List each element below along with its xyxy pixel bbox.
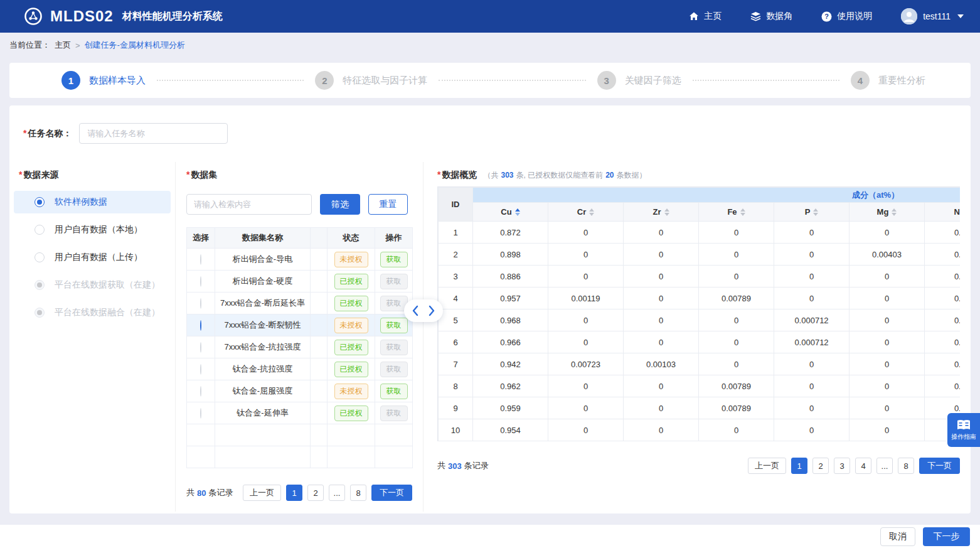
nav-home[interactable]: 主页 (689, 11, 722, 22)
empty-cell (328, 424, 375, 446)
source-option-2[interactable]: 用户自有数据（本地） (14, 218, 171, 241)
step-3-label: 关键因子筛选 (625, 75, 681, 87)
radio-icon (35, 225, 45, 235)
sort-icon[interactable] (515, 208, 520, 216)
task-name-input[interactable] (79, 123, 228, 144)
panel-prev-button[interactable] (409, 303, 422, 318)
overview-column-P[interactable]: P (774, 203, 850, 222)
overview-column-Ni[interactable]: Ni (925, 203, 961, 222)
overview-page-4[interactable]: 4 (855, 458, 871, 474)
overview-value-cell: 0 (624, 266, 699, 287)
overview-row: 50.9680000.00071200.02 (439, 309, 961, 331)
home-icon (689, 11, 699, 21)
breadcrumb-current[interactable]: 创建任务-金属材料机理分析 (85, 40, 185, 51)
dataset-name-cell: 7xxx铝合金-断后延长率 (215, 293, 311, 314)
filter-button[interactable]: 筛选 (320, 194, 360, 215)
dataset-action-cell: 获取 (375, 336, 413, 358)
dataset-row-radio[interactable] (200, 342, 201, 353)
column-label: Zr (653, 207, 661, 217)
source-option-1[interactable]: 软件样例数据 (14, 191, 171, 213)
dataset-row-radio[interactable] (200, 386, 201, 397)
overview-value-cell: 0.00789 (699, 397, 774, 419)
overview-page-3[interactable]: 3 (834, 458, 850, 474)
dataset-name-cell: 钛合金-屈服强度 (215, 380, 311, 402)
overview-prev-page-button[interactable]: 上一页 (748, 458, 786, 474)
overview-value-cell: 0.957 (473, 287, 548, 309)
breadcrumb-home[interactable]: 主页 (55, 40, 71, 51)
fetch-button: 获取 (380, 406, 408, 421)
dataset-name-cell: 析出铜合金-硬度 (215, 271, 311, 293)
sort-asc-icon (515, 208, 520, 212)
overview-column-Fe[interactable]: Fe (699, 203, 774, 222)
dataset-page-ellipsis[interactable]: ... (329, 485, 345, 501)
sort-icon[interactable] (740, 208, 745, 216)
avatar (901, 8, 917, 24)
dataset-select-cell (187, 336, 215, 358)
overview-next-page-button[interactable]: 下一页 (919, 458, 960, 474)
nav-data-corner[interactable]: 数据角 (750, 11, 792, 22)
dataset-select-cell (187, 271, 215, 293)
breadcrumb: 当前位置： 主页 > 创建任务-金属材料机理分析 (9, 33, 185, 58)
operation-guide-button[interactable]: 操作指南 (947, 413, 980, 447)
overview-value-cell: 0 (850, 353, 925, 375)
overview-page-ellipsis[interactable]: ... (876, 458, 893, 474)
reset-button[interactable]: 重置 (368, 194, 408, 215)
sort-icon[interactable] (813, 208, 818, 216)
overview-value-cell: 0 (850, 331, 925, 353)
overview-column-Mg[interactable]: Mg (850, 203, 925, 222)
cancel-button[interactable]: 取消 (880, 527, 915, 546)
overview-page-8[interactable]: 8 (898, 458, 914, 474)
dataset-page-1[interactable]: 1 (286, 485, 302, 501)
overview-value-cell: 0 (699, 419, 774, 441)
overview-value-cell: 0.966 (473, 331, 548, 353)
radio-icon (35, 280, 45, 290)
dataset-name-cell: 钛合金-延伸率 (215, 402, 311, 424)
overview-column-Zr[interactable]: Zr (624, 203, 699, 222)
data-source-list: 软件样例数据用户自有数据（本地）用户自有数据（上传）平台在线数据获取（在建）平台… (14, 191, 171, 324)
dataset-search-input[interactable] (186, 194, 312, 215)
overview-page-1[interactable]: 1 (791, 458, 807, 474)
overview-value-cell: 0 (548, 222, 624, 244)
fetch-button[interactable]: 获取 (380, 318, 408, 333)
source-option-3[interactable]: 用户自有数据（上传） (14, 246, 171, 269)
sort-icon[interactable] (664, 208, 669, 216)
fetch-button[interactable]: 获取 (380, 252, 408, 267)
dataset-row-radio[interactable] (200, 408, 201, 419)
dataset-empty-row (187, 446, 413, 468)
overview-table-viewport[interactable]: ID 成分（at%） CuCrZrFePMgNi 10.872000000.09… (437, 186, 960, 441)
dataset-prev-page-button[interactable]: 上一页 (243, 485, 281, 501)
dataset-next-page-button[interactable]: 下一页 (371, 485, 412, 501)
overview-value-cell: 0 (774, 287, 850, 309)
sort-icon[interactable] (589, 208, 594, 216)
panel-next-button[interactable] (425, 303, 438, 318)
sort-icon[interactable] (892, 208, 897, 216)
overview-column-Cu[interactable]: Cu (473, 203, 548, 222)
dataset-row-radio[interactable] (200, 320, 201, 331)
dataset-row-radio[interactable] (200, 254, 201, 265)
nav-help[interactable]: ? 使用说明 (821, 11, 872, 22)
overview-page-2[interactable]: 2 (812, 458, 829, 474)
user-menu[interactable]: test111 (901, 8, 964, 24)
overview-column-Cr[interactable]: Cr (548, 203, 624, 222)
dataset-spacer-cell (311, 336, 328, 358)
dataset-page-2[interactable]: 2 (307, 485, 324, 501)
dataset-page-8[interactable]: 8 (350, 485, 366, 501)
overview-value-cell: 0 (774, 244, 850, 266)
overview-row: 80.962000.00789000.01 (439, 375, 961, 397)
dataset-row-radio[interactable] (200, 298, 201, 309)
overview-value-cell: 0 (850, 266, 925, 287)
overview-id-cell: 5 (439, 309, 473, 331)
overview-group-header: 成分（at%） (473, 188, 961, 203)
overview-value-cell: 0.00723 (548, 353, 624, 375)
dataset-action-cell: 获取 (375, 380, 413, 402)
overview-value-cell: 0 (850, 309, 925, 331)
empty-cell (215, 424, 311, 446)
overview-row: 60.9660000.00071200.02 (439, 331, 961, 353)
dataset-empty-row (187, 424, 413, 446)
overview-value-cell: 0.05 (925, 266, 961, 287)
next-step-button[interactable]: 下一步 (923, 527, 970, 546)
fetch-button[interactable]: 获取 (380, 384, 408, 399)
status-badge: 已授权 (334, 406, 368, 421)
dataset-row-radio[interactable] (200, 276, 201, 287)
dataset-row-radio[interactable] (200, 364, 201, 375)
